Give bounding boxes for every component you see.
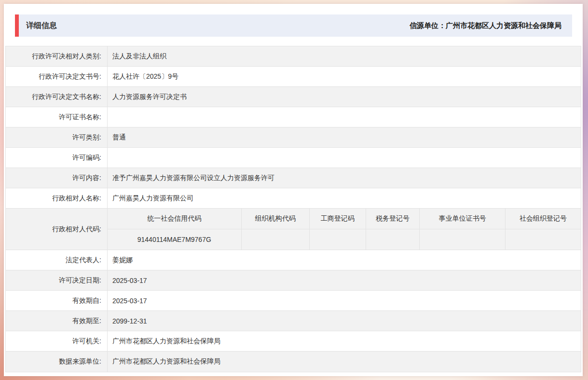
- table-row: 数据来源单位: 广州市花都区人力资源和社会保障局: [6, 352, 581, 372]
- code-value: [420, 229, 506, 250]
- code-table-value-row: 91440114MAE7M9767G: [108, 229, 581, 250]
- table-row: 行政相对人名称: 广州嘉昊人力资源有限公司: [6, 188, 581, 209]
- code-value: [366, 229, 420, 250]
- row-value: 广州嘉昊人力资源有限公司: [108, 188, 581, 208]
- code-table-header-row: 统一社会信用代码 组织机构代码 工商登记码 税务登记号 事业单位证书号 社会组织…: [108, 209, 581, 229]
- table-row: 许可决定日期: 2025-03-17: [6, 270, 581, 291]
- code-value: 91440114MAE7M9767G: [108, 229, 242, 250]
- row-label: 许可决定日期:: [6, 270, 108, 290]
- row-label: 许可编码:: [6, 148, 108, 168]
- detail-card: 详细信息 信源单位：广州市花都区人力资源和社会保障局 行政许可决相对人类别: 法…: [4, 4, 583, 376]
- table-row: 行政许可决定文书名称: 人力资源服务许可决定书: [6, 87, 581, 107]
- row-value: 准予广州嘉昊人力资源有限公司设立人力资源服务许可: [108, 168, 581, 188]
- row-label: 有效期至:: [6, 311, 108, 331]
- row-label: 行政相对人代码:: [6, 209, 108, 250]
- table-row: 许可机关: 广州市花都区人力资源和社会保障局: [6, 331, 581, 352]
- row-label: 许可内容:: [6, 168, 108, 188]
- code-column-header: 工商登记码: [310, 209, 366, 229]
- table-row: 有效期至: 2099-12-31: [6, 311, 581, 331]
- code-column-header: 组织机构代码: [242, 209, 310, 229]
- source-unit-label: 信源单位：广州市花都区人力资源和社会保障局: [410, 21, 572, 30]
- row-label: 数据来源单位:: [6, 352, 108, 372]
- code-table: 统一社会信用代码 组织机构代码 工商登记码 税务登记号 事业单位证书号 社会组织…: [108, 209, 581, 250]
- row-label: 许可类别:: [6, 127, 108, 147]
- row-value: 法人及非法人组织: [108, 46, 581, 66]
- code-value: [506, 229, 581, 250]
- row-value: 2099-12-31: [108, 311, 581, 331]
- row-value: 花人社许〔2025〕9号: [108, 67, 581, 86]
- row-label: 行政许可决定文书名称:: [6, 87, 108, 107]
- row-label: 法定代表人:: [6, 250, 108, 270]
- table-row-codes: 行政相对人代码: 统一社会信用代码 组织机构代码 工商登记码 税务登记号 事业单…: [6, 209, 581, 250]
- table-row: 行政许可决定文书号: 花人社许〔2025〕9号: [6, 67, 581, 87]
- row-value: [108, 107, 581, 127]
- header-bar: 详细信息 信源单位：广州市花都区人力资源和社会保障局: [15, 14, 572, 37]
- row-label: 行政相对人名称:: [6, 188, 108, 208]
- info-table: 行政许可决相对人类别: 法人及非法人组织 行政许可决定文书号: 花人社许〔202…: [5, 46, 581, 372]
- page-title: 详细信息: [26, 21, 57, 31]
- table-row: 有效期自: 2025-03-17: [6, 291, 581, 311]
- row-label: 许可机关:: [6, 331, 108, 351]
- red-accent-bar: [15, 14, 19, 37]
- table-row: 许可证书名称:: [6, 107, 581, 127]
- code-value: [310, 229, 366, 250]
- row-value: 广州市花都区人力资源和社会保障局: [108, 352, 581, 372]
- row-label: 行政许可决相对人类别:: [6, 46, 108, 66]
- table-row: 法定代表人: 姜妮娜: [6, 250, 581, 270]
- table-row: 许可编码:: [6, 148, 581, 168]
- code-column-header: 事业单位证书号: [420, 209, 506, 229]
- code-column-header: 税务登记号: [366, 209, 420, 229]
- row-value: 普通: [108, 127, 581, 147]
- code-column-header: 社会组织登记号: [506, 209, 581, 229]
- row-label: 行政许可决定文书号:: [6, 67, 108, 86]
- row-value: [108, 148, 581, 168]
- table-row: 许可类别: 普通: [6, 127, 581, 148]
- row-value: 广州市花都区人力资源和社会保障局: [108, 331, 581, 351]
- row-value: 姜妮娜: [108, 250, 581, 270]
- row-label: 有效期自:: [6, 291, 108, 310]
- table-row: 许可内容: 准予广州嘉昊人力资源有限公司设立人力资源服务许可: [6, 168, 581, 188]
- table-row: 行政许可决相对人类别: 法人及非法人组织: [6, 46, 581, 67]
- row-label: 许可证书名称:: [6, 107, 108, 127]
- code-column-header: 统一社会信用代码: [108, 209, 242, 229]
- code-value: [242, 229, 310, 250]
- row-value: 2025-03-17: [108, 270, 581, 290]
- row-value: 2025-03-17: [108, 291, 581, 310]
- row-value: 人力资源服务许可决定书: [108, 87, 581, 107]
